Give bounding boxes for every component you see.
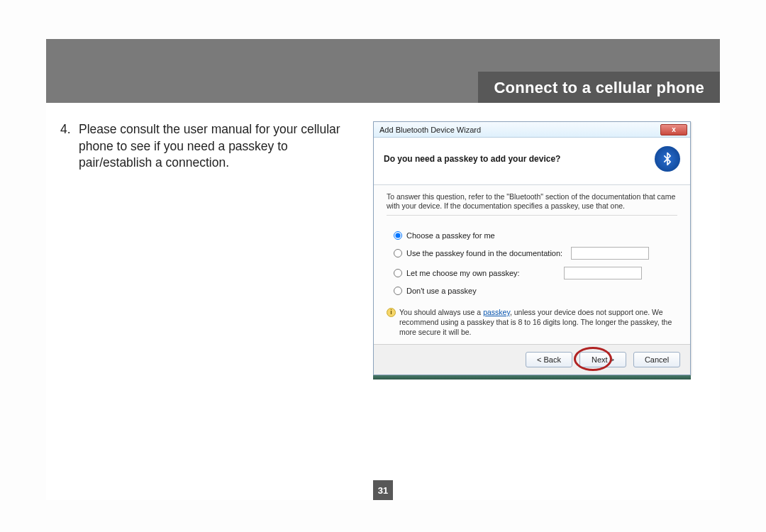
option-label: Don't use a passkey [406, 287, 477, 295]
back-button[interactable]: < Back [526, 352, 572, 367]
page-title: Connect to a cellular phone [478, 72, 720, 103]
step-text: Please consult the user manual for your … [79, 121, 362, 172]
option-label: Let me choose my own passkey: [406, 269, 520, 277]
cancel-button[interactable]: Cancel [633, 352, 680, 367]
next-button[interactable]: Next > [579, 352, 626, 367]
bluetooth-icon [655, 146, 680, 172]
option-no-passkey[interactable]: Don't use a passkey [394, 287, 677, 295]
close-icon: x [672, 126, 676, 133]
wizard-footer: < Back Next > Cancel [374, 344, 690, 375]
page-number: 31 [373, 480, 393, 500]
header-band: Connect to a cellular phone [46, 39, 720, 103]
option-label: Use the passkey found in the documentati… [406, 249, 562, 257]
option-own-passkey[interactable]: Let me choose my own passkey: [394, 267, 677, 279]
window-titlebar: Add Bluetooth Device Wizard x [374, 122, 690, 138]
radio-options: Choose a passkey for me Use the passkey … [387, 231, 677, 295]
option-choose-passkey[interactable]: Choose a passkey for me [394, 231, 677, 240]
wizard-heading: Do you need a passkey to add your device… [384, 154, 655, 164]
wizard-note: i You should always use a passkey, unles… [387, 308, 677, 337]
wizard-window: Add Bluetooth Device Wizard x Do you nee… [373, 121, 691, 375]
option-doc-passkey[interactable]: Use the passkey found in the documentati… [394, 247, 677, 260]
content-row: 4. Please consult the user manual for yo… [46, 103, 720, 379]
wizard-body: To answer this question, refer to the "B… [374, 185, 690, 344]
wizard-instruction: To answer this question, refer to the "B… [387, 191, 677, 216]
close-button[interactable]: x [660, 124, 687, 135]
radio-no-passkey[interactable] [394, 287, 402, 295]
desktop-strip [373, 375, 691, 379]
manual-page: Connect to a cellular phone 4. Please co… [46, 39, 720, 500]
step-item: 4. Please consult the user manual for yo… [60, 121, 362, 172]
instruction-column: 4. Please consult the user manual for yo… [60, 121, 362, 379]
wizard-header: Do you need a passkey to add your device… [374, 138, 690, 185]
passkey-link[interactable]: passkey [483, 308, 510, 316]
radio-doc-passkey[interactable] [394, 249, 402, 257]
radio-choose-passkey[interactable] [394, 231, 402, 240]
window-title-text: Add Bluetooth Device Wizard [379, 126, 481, 134]
step-number: 4. [60, 121, 79, 172]
doc-passkey-input[interactable] [571, 247, 649, 260]
own-passkey-input[interactable] [564, 267, 642, 279]
screenshot-panel: Add Bluetooth Device Wizard x Do you nee… [373, 121, 691, 379]
info-icon: i [387, 308, 396, 317]
option-label: Choose a passkey for me [406, 231, 495, 240]
note-prefix: You should always use a [399, 308, 483, 316]
radio-own-passkey[interactable] [394, 269, 402, 277]
